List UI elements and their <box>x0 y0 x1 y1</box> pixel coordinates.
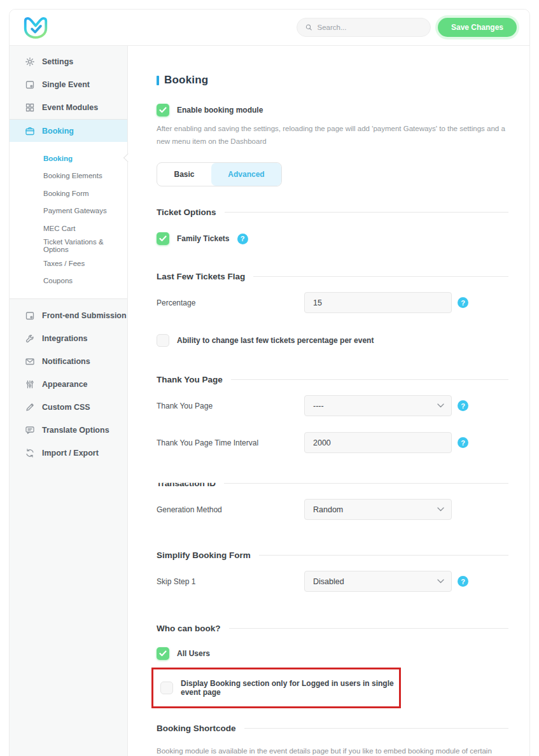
app-window: Save Changes Settings Single Event Event… <box>9 9 530 756</box>
grid-icon <box>25 102 35 113</box>
chevron-down-icon <box>437 507 444 512</box>
shortcode-text: Booking module is available in the event… <box>157 747 494 756</box>
percentage-input[interactable] <box>304 292 452 313</box>
sidebar-item-label: Single Event <box>42 80 90 89</box>
sidebar-item-settings[interactable]: Settings <box>10 50 127 73</box>
search-input[interactable] <box>317 24 422 31</box>
help-icon[interactable]: ? <box>458 437 468 448</box>
chevron-down-icon <box>437 403 444 408</box>
sidebar-item-notifications[interactable]: Notifications <box>10 350 127 373</box>
sidebar-item-label: Import / Export <box>42 449 99 458</box>
sidebar-top-group: Settings Single Event Event Modules Book… <box>10 46 127 142</box>
all-users-checkbox[interactable] <box>157 647 169 660</box>
help-icon[interactable]: ? <box>237 234 248 244</box>
sidebar-item-import-export[interactable]: Import / Export <box>10 442 127 465</box>
section-thank-you-page: Thank You Page <box>157 375 508 384</box>
sidebar-item-event-modules[interactable]: Event Modules <box>10 96 127 119</box>
settings-content: Booking Enable booking module After enab… <box>128 46 529 756</box>
refresh-icon <box>25 448 35 458</box>
sidebar-bottom-group: Front-end Submission Integrations Notifi… <box>10 299 127 465</box>
family-tickets-checkbox[interactable] <box>157 232 169 245</box>
enable-booking-label: Enable booking module <box>177 106 263 115</box>
submenu-item-booking-form[interactable]: Booking Form <box>10 185 127 202</box>
all-users-label: All Users <box>177 649 210 658</box>
help-icon[interactable]: ? <box>458 576 468 587</box>
title-accent-bar <box>157 76 159 85</box>
sidebar-item-label: Booking <box>42 127 74 136</box>
sidebar-item-appearance[interactable]: Appearance <box>10 373 127 396</box>
section-divider <box>224 483 508 484</box>
wrench-icon <box>25 333 35 344</box>
ability-change-label: Ability to change last few tickets perce… <box>177 336 374 345</box>
section-simplify-booking: Simplify Booking Form <box>157 550 508 560</box>
top-header: Save Changes <box>10 10 529 46</box>
thank-you-page-row: Thank You Page ---- ? <box>157 395 508 416</box>
thank-you-page-label: Thank You Page <box>157 402 304 410</box>
sidebar-item-label: Custom CSS <box>42 403 90 412</box>
sidebar-item-integrations[interactable]: Integrations <box>10 327 127 350</box>
tab-basic[interactable]: Basic <box>157 163 211 186</box>
envelope-icon <box>25 356 35 367</box>
tab-advanced[interactable]: Advanced <box>211 163 281 186</box>
skip-step1-row: Skip Step 1 Disabled ? <box>157 571 508 592</box>
help-icon[interactable]: ? <box>458 297 468 308</box>
submenu-item-coupons[interactable]: Coupons <box>10 272 127 290</box>
submenu-item-booking[interactable]: Booking <box>10 150 127 167</box>
search-icon <box>305 23 313 32</box>
thank-you-interval-input[interactable] <box>304 432 452 453</box>
logged-in-row: Display Booking section only for Logged … <box>160 679 399 697</box>
section-divider <box>225 212 508 213</box>
calendar-icon <box>25 311 35 321</box>
submenu-item-taxes-fees[interactable]: Taxes / Fees <box>10 255 127 272</box>
sidebar-item-translate-options[interactable]: Translate Options <box>10 419 127 442</box>
sidebar-item-label: Integrations <box>42 334 88 343</box>
briefcase-icon <box>25 126 35 136</box>
sidebar-item-front-end-submission[interactable]: Front-end Submission <box>10 304 127 327</box>
percentage-label: Percentage <box>157 298 304 307</box>
section-who-can-book: Who can book? <box>157 624 508 633</box>
sidebar-item-single-event[interactable]: Single Event <box>10 73 127 96</box>
skip-step1-select[interactable]: Disabled <box>304 571 452 592</box>
shortcode-description: Booking module is available in the event… <box>157 745 505 756</box>
thank-you-interval-label: Thank You Page Time Interval <box>157 438 304 447</box>
sidebar-item-label: Notifications <box>42 357 90 366</box>
thank-you-page-select[interactable]: ---- <box>304 395 452 416</box>
sliders-icon <box>25 379 35 389</box>
calendar-icon <box>25 80 35 90</box>
submenu-item-payment-gateways[interactable]: Payment Gateways <box>10 202 127 220</box>
submenu-item-booking-elements[interactable]: Booking Elements <box>10 167 127 185</box>
sidebar-item-custom-css[interactable]: Custom CSS <box>10 396 127 419</box>
section-last-few-tickets: Last Few Tickets Flag <box>157 272 508 281</box>
logged-in-label: Display Booking section only for Logged … <box>181 679 399 697</box>
thank-you-interval-row: Thank You Page Time Interval ? <box>157 432 508 453</box>
section-divider <box>231 379 508 380</box>
all-users-row: All Users <box>157 647 508 660</box>
generation-method-select[interactable]: Random <box>304 499 452 520</box>
skip-step1-label: Skip Step 1 <box>157 577 304 586</box>
generation-method-label: Generation Method <box>157 505 304 514</box>
ability-change-row: Ability to change last few tickets perce… <box>157 334 508 347</box>
page-title: Booking <box>157 74 508 87</box>
enable-booking-checkbox[interactable] <box>157 104 169 116</box>
sidebar-item-label: Translate Options <box>42 426 109 435</box>
ability-change-checkbox[interactable] <box>157 334 169 347</box>
chevron-down-icon <box>437 579 444 584</box>
family-tickets-row: Family Tickets ? <box>157 232 508 245</box>
search-box[interactable] <box>297 18 431 37</box>
logged-in-checkbox[interactable] <box>160 682 173 694</box>
help-icon[interactable]: ? <box>458 400 468 411</box>
submenu-item-ticket-variations[interactable]: Ticket Variations & Options <box>10 237 127 255</box>
section-divider <box>253 276 508 277</box>
settings-sidebar: Settings Single Event Event Modules Book… <box>10 46 128 756</box>
save-changes-button[interactable]: Save Changes <box>438 18 517 37</box>
sidebar-item-booking[interactable]: Booking <box>10 119 127 142</box>
mec-logo-icon <box>23 14 48 41</box>
section-divider <box>244 728 509 729</box>
section-booking-shortcode: Booking Shortcode <box>157 724 508 733</box>
submenu-item-mec-cart[interactable]: MEC Cart <box>10 220 127 237</box>
sidebar-item-label: Appearance <box>42 380 88 389</box>
booking-mode-tabs: Basic Advanced <box>157 162 282 186</box>
select-value: ---- <box>313 402 324 410</box>
pencil-icon <box>25 402 35 412</box>
section-divider <box>259 555 508 556</box>
